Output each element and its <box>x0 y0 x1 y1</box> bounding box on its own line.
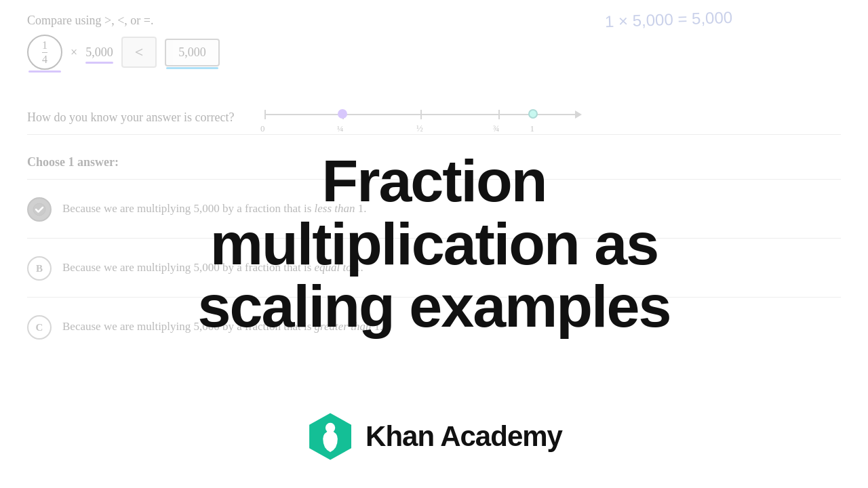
overlay: Fraction multiplication as scaling examp… <box>0 0 868 488</box>
title-line3: scaling examples <box>198 272 671 340</box>
khan-academy-logo <box>306 412 355 461</box>
overlay-title: Fraction multiplication as scaling examp… <box>171 150 698 338</box>
khan-academy-name: Khan Academy <box>366 420 562 453</box>
title-line2: multiplication as <box>210 210 658 277</box>
khan-academy-brand: Khan Academy <box>306 412 562 461</box>
title-line1: Fraction <box>321 147 546 214</box>
